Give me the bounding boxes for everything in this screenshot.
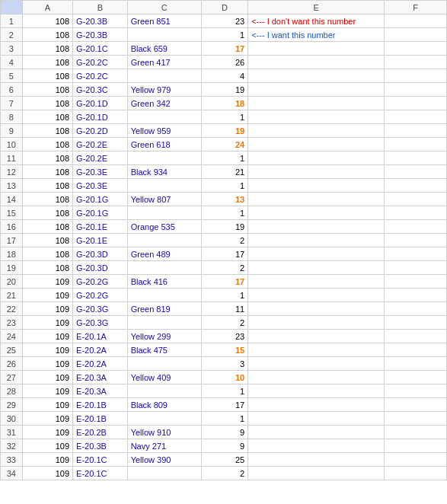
table-row[interactable]: 21109G-20.2G1	[1, 289, 447, 302]
cell-c[interactable]: Green 819	[127, 302, 201, 316]
cell-b[interactable]: G-20.3B	[73, 28, 128, 42]
cell-c[interactable]	[127, 206, 201, 220]
cell-a[interactable]: 108	[22, 97, 72, 110]
col-header-a[interactable]: A	[22, 1, 72, 14]
table-row[interactable]: 34109E-20.1C2	[1, 467, 447, 480]
cell-b[interactable]: E-20.3A	[73, 384, 128, 398]
cell-b[interactable]: E-20.1B	[73, 412, 128, 426]
cell-c[interactable]	[127, 69, 201, 83]
cell-f[interactable]	[385, 412, 447, 426]
cell-b[interactable]: E-20.1C	[73, 453, 128, 467]
cell-c[interactable]: Black 809	[127, 398, 201, 412]
cell-b[interactable]: E-20.1A	[73, 330, 128, 343]
table-row[interactable]: 14108G-20.1GYellow 80713	[1, 193, 447, 206]
cell-d[interactable]: 9	[201, 439, 247, 453]
cell-a[interactable]: 109	[22, 439, 72, 453]
cell-d[interactable]: 19	[201, 83, 247, 97]
cell-b[interactable]: G-20.3D	[73, 247, 128, 261]
cell-d[interactable]: 19	[201, 220, 247, 234]
cell-d[interactable]: 24	[201, 138, 247, 152]
cell-c[interactable]	[127, 357, 201, 371]
cell-a[interactable]: 108	[22, 138, 72, 152]
table-row[interactable]: 22109G-20.3GGreen 81911	[1, 302, 447, 316]
table-row[interactable]: 32109E-20.3BNavy 2719	[1, 439, 447, 453]
cell-f[interactable]	[385, 69, 447, 83]
cell-e[interactable]	[248, 234, 385, 247]
table-row[interactable]: 26109E-20.2A3	[1, 357, 447, 371]
cell-e[interactable]	[248, 289, 385, 302]
cell-e[interactable]	[248, 261, 385, 275]
cell-a[interactable]: 108	[22, 124, 72, 138]
cell-c[interactable]	[127, 28, 201, 42]
table-row[interactable]: 31109E-20.2BYellow 9109	[1, 426, 447, 439]
cell-f[interactable]	[385, 165, 447, 179]
cell-b[interactable]: E-20.1C	[73, 467, 128, 480]
cell-a[interactable]: 108	[22, 42, 72, 56]
cell-a[interactable]: 108	[22, 28, 72, 42]
cell-a[interactable]: 109	[22, 357, 72, 371]
table-row[interactable]: 33109E-20.1CYellow 39025	[1, 453, 447, 467]
table-row[interactable]: 10108G-20.2EGreen 61824	[1, 138, 447, 152]
table-row[interactable]: 20109G-20.2GBlack 41617	[1, 275, 447, 289]
cell-f[interactable]	[385, 206, 447, 220]
cell-b[interactable]: E-20.3B	[73, 439, 128, 453]
cell-d[interactable]: 1	[201, 206, 247, 220]
col-header-e[interactable]: E	[248, 1, 385, 14]
cell-c[interactable]	[127, 384, 201, 398]
cell-d[interactable]: 1	[201, 152, 247, 165]
cell-f[interactable]	[385, 138, 447, 152]
table-row[interactable]: 3108G-20.1CBlack 65917	[1, 42, 447, 56]
table-row[interactable]: 23109G-20.3G2	[1, 316, 447, 330]
cell-f[interactable]	[385, 384, 447, 398]
cell-c[interactable]: Black 475	[127, 343, 201, 357]
cell-d[interactable]: 25	[201, 453, 247, 467]
table-row[interactable]: 13108G-20.3E1	[1, 179, 447, 193]
cell-f[interactable]	[385, 247, 447, 261]
cell-f[interactable]	[385, 193, 447, 206]
cell-e[interactable]	[248, 138, 385, 152]
cell-a[interactable]: 108	[22, 261, 72, 275]
cell-d[interactable]: 10	[201, 371, 247, 384]
cell-a[interactable]: 109	[22, 330, 72, 343]
table-row[interactable]: 28109E-20.3A1	[1, 384, 447, 398]
cell-b[interactable]: E-20.3A	[73, 371, 128, 384]
cell-e[interactable]	[248, 275, 385, 289]
cell-e[interactable]	[248, 453, 385, 467]
cell-c[interactable]: Yellow 409	[127, 371, 201, 384]
cell-a[interactable]: 108	[22, 14, 72, 28]
cell-b[interactable]: E-20.2A	[73, 357, 128, 371]
table-row[interactable]: 17108G-20.1E2	[1, 234, 447, 247]
cell-e[interactable]	[248, 357, 385, 371]
cell-e[interactable]	[248, 42, 385, 56]
cell-b[interactable]: G-20.2C	[73, 69, 128, 83]
table-row[interactable]: 30109E-20.1B1	[1, 412, 447, 426]
cell-d[interactable]: 1	[201, 412, 247, 426]
table-row[interactable]: 8108G-20.1D1	[1, 110, 447, 124]
cell-f[interactable]	[385, 234, 447, 247]
cell-a[interactable]: 108	[22, 220, 72, 234]
cell-f[interactable]	[385, 316, 447, 330]
cell-c[interactable]: Green 417	[127, 56, 201, 69]
cell-a[interactable]: 108	[22, 206, 72, 220]
cell-b[interactable]: G-20.2G	[73, 289, 128, 302]
cell-b[interactable]: G-20.2G	[73, 275, 128, 289]
cell-f[interactable]	[385, 357, 447, 371]
cell-f[interactable]	[385, 343, 447, 357]
cell-d[interactable]: 21	[201, 165, 247, 179]
cell-f[interactable]	[385, 289, 447, 302]
cell-d[interactable]: 17	[201, 398, 247, 412]
cell-d[interactable]: 17	[201, 42, 247, 56]
cell-d[interactable]: 17	[201, 275, 247, 289]
cell-d[interactable]: 1	[201, 28, 247, 42]
cell-b[interactable]: G-20.3E	[73, 179, 128, 193]
cell-c[interactable]	[127, 316, 201, 330]
cell-d[interactable]: 13	[201, 193, 247, 206]
cell-b[interactable]: G-20.3G	[73, 302, 128, 316]
cell-b[interactable]: G-20.2E	[73, 152, 128, 165]
cell-a[interactable]: 109	[22, 302, 72, 316]
cell-c[interactable]: Navy 271	[127, 439, 201, 453]
cell-e[interactable]	[248, 302, 385, 316]
cell-f[interactable]	[385, 124, 447, 138]
cell-c[interactable]: Yellow 299	[127, 330, 201, 343]
cell-e[interactable]	[248, 165, 385, 179]
